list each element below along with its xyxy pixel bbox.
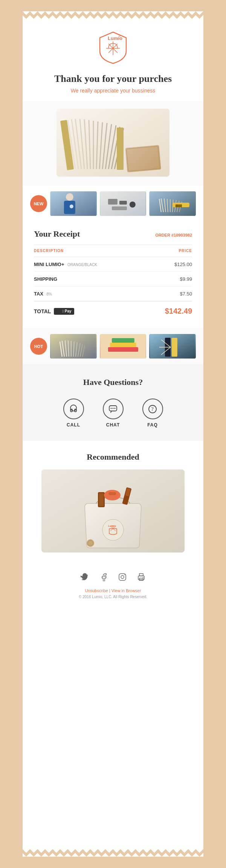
receipt-section: Your Receipt ORDER #10903982 DESCRIPTION… [23,222,203,328]
logo: Lumio sf [98,30,128,66]
receipt-item-2: SHIPPING $9.99 [34,272,192,286]
item-3-price: $7.50 [180,291,192,297]
support-call[interactable]: CALL [63,399,84,428]
chat-icon-circle [103,399,124,419]
receipt-column-headers: DESCRIPTION PRICE [34,245,192,257]
call-label: CALL [67,422,80,428]
svg-rect-34 [108,199,118,205]
thank-you-subtitle: We really appreciate your bussiness [30,88,196,94]
hot-product-thumb-2[interactable] [100,334,147,359]
email-header: Lumio sf Thank you for your purches We r… [23,19,203,101]
social-icons [30,571,196,583]
hot-product-thumb-3[interactable] [149,334,196,359]
recommended-title: Recommended [30,452,196,462]
questions-title: Have Questions? [30,377,196,387]
description-header: DESCRIPTION [34,249,64,253]
support-options: CALL CHAT [30,399,196,428]
svg-text:Lumio: Lumio [108,525,116,527]
price-header: PRICE [179,249,192,253]
twitter-icon[interactable] [79,571,90,583]
recommended-section: Recommended [23,441,203,564]
instagram-icon[interactable] [117,571,128,583]
total-label: TOTAL  Pay [34,308,74,315]
order-number: ORDER #10903982 [155,233,192,237]
svg-rect-97 [108,492,116,495]
svg-text:sf: sf [119,35,121,37]
svg-rect-63 [110,343,136,347]
item-2-price: $9.99 [180,276,192,282]
svg-line-5 [108,48,113,53]
hot-product-thumb-1[interactable] [50,334,97,359]
hot-products-strip: HOT [23,328,203,364]
svg-rect-27 [125,145,161,172]
faq-icon-circle: ? [142,399,163,419]
footer-copyright: © 2016 Lumio, LLC. All Rights Reserved. [30,595,196,599]
svg-point-104 [124,574,125,575]
new-products-strip: NEW [23,186,203,222]
svg-text:?: ? [151,406,154,412]
svg-rect-26 [117,128,124,170]
svg-point-36 [130,202,136,208]
new-badge: NEW [30,195,47,212]
svg-rect-62 [108,347,138,352]
svg-point-108 [143,577,144,578]
svg-point-85 [102,519,124,540]
questions-section: Have Questions? CALL [23,364,203,441]
svg-rect-67 [172,338,177,357]
social-footer: Unsubscribe | View in Browser © 2016 Lum… [23,564,203,606]
item-3-name: TAX 8% [34,290,52,297]
svg-rect-37 [112,206,127,210]
receipt-item-1: MINI LUMIO+ ORANGE/BLACK $125.00 [34,257,192,272]
receipt-total-row: TOTAL  Pay $142.49 [34,302,192,321]
new-product-thumb-3[interactable]: ████ [149,191,196,216]
svg-point-30 [66,193,73,201]
receipt-header: Your Receipt ORDER #10903982 [34,229,192,239]
faq-label: FAQ [147,422,158,428]
order-label: ORDER [155,233,170,237]
call-icon-circle [63,399,84,419]
svg-line-7 [108,44,113,48]
product-hero-image [23,101,203,186]
total-price: $142.49 [165,307,192,315]
svg-point-71 [70,405,76,411]
product-image [56,109,170,177]
print-icon[interactable] [136,571,147,583]
support-faq[interactable]: ? FAQ [142,399,163,428]
svg-point-77 [113,408,114,409]
svg-rect-64 [112,338,134,343]
svg-point-76 [111,408,112,409]
svg-rect-35 [119,201,127,205]
view-browser-link[interactable]: View in Browser [111,588,141,593]
new-product-thumb-1[interactable] [50,191,97,216]
footer-links: Unsubscribe | View in Browser [30,588,196,593]
order-number-value: #10903982 [171,233,192,237]
svg-line-1 [113,44,118,48]
svg-line-3 [113,48,118,53]
item-1-name: MINI LUMIO+ ORANGE/BLACK [34,261,97,268]
thank-you-title: Thank you for your purches [30,73,196,85]
svg-rect-31 [64,201,75,214]
svg-rect-95 [99,493,104,506]
svg-text:████: ████ [176,204,182,207]
svg-point-32 [70,205,73,208]
svg-rect-105 [139,574,143,576]
recommended-image: Lumio [41,469,185,553]
unsubscribe-link[interactable]: Unsubscribe [85,588,108,593]
receipt-item-3: TAX 8% $7.50 [34,286,192,301]
apple-pay-badge:  Pay [54,308,74,315]
new-product-thumb-2[interactable] [100,191,147,216]
chat-label: CHAT [106,422,120,428]
item-1-price: $125.00 [174,262,192,267]
facebook-icon[interactable] [98,571,109,583]
svg-rect-107 [139,578,143,580]
item-2-name: SHIPPING [34,275,57,282]
svg-point-78 [115,408,116,409]
svg-point-103 [121,576,124,579]
receipt-title: Your Receipt [34,229,80,239]
support-chat[interactable]: CHAT [103,399,124,428]
hot-badge: HOT [30,338,47,355]
